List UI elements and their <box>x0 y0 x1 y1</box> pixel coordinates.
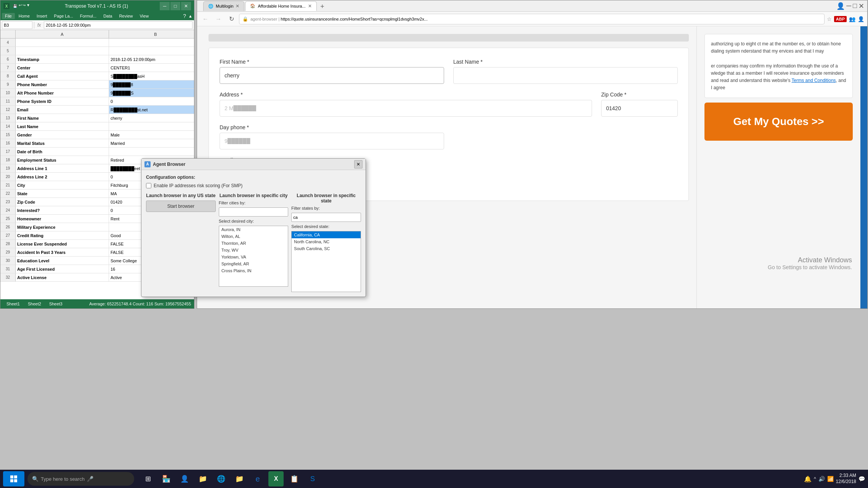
cell-a[interactable]: Age First Licensed <box>16 265 109 273</box>
cell-a[interactable]: Timestamp <box>16 55 109 63</box>
refresh-btn[interactable]: ↻ <box>226 14 237 24</box>
menu-formulas[interactable]: Formul... <box>77 13 99 19</box>
city-listbox[interactable]: Aurora, INWilton, ALThornton, ARTroy, WV… <box>219 226 289 287</box>
task-icon-chrome[interactable]: 🌐 <box>213 471 229 486</box>
bookmark-icon[interactable]: ☆ <box>827 16 832 22</box>
select-all[interactable] <box>0 30 16 38</box>
chevron-icon[interactable]: ^ <box>814 476 816 482</box>
formula-input[interactable] <box>44 21 193 29</box>
cell-a[interactable]: Center <box>16 64 109 72</box>
cell-b[interactable]: Male <box>109 131 194 139</box>
table-row[interactable]: 10 Alt Phone Number 9██████S <box>0 89 194 97</box>
first-name-input[interactable] <box>220 67 444 84</box>
task-icon-people[interactable]: 👤 <box>177 471 192 486</box>
list-item[interactable]: North Carolina, NC <box>292 238 361 245</box>
phone-input[interactable] <box>220 133 444 149</box>
taskbar-search[interactable]: 🔍 Type here to search 🎤 <box>27 472 134 486</box>
list-item[interactable]: California, CA <box>292 231 361 238</box>
get-quotes-button[interactable]: Get My Quotes >> <box>704 103 853 141</box>
cell-a[interactable]: Credit Rating <box>16 231 109 239</box>
task-icon-excel[interactable]: X <box>268 471 284 486</box>
table-row[interactable]: 14 Last Name <box>0 122 194 131</box>
tab-multilogin-close[interactable]: ✕ <box>236 3 239 9</box>
cell-b[interactable]: cherry <box>109 114 194 122</box>
cell-a[interactable]: Homeowner <box>16 215 109 223</box>
cell-a[interactable]: Marital Status <box>16 139 109 147</box>
cell-a[interactable]: Education Level <box>16 257 109 265</box>
browser-minimize-btn[interactable]: ─ <box>846 2 851 10</box>
list-item[interactable]: Aurora, IN <box>219 226 288 233</box>
name-box[interactable] <box>2 21 32 29</box>
menu-data[interactable]: Data <box>100 13 115 19</box>
list-item[interactable]: Wilton, AL <box>219 233 288 240</box>
ext-icon-2[interactable]: 👤 <box>858 16 864 22</box>
menu-home[interactable]: Home <box>16 13 33 19</box>
cell-a[interactable]: Phone Number <box>16 80 109 88</box>
cell-b[interactable]: CENTER1 <box>109 64 194 72</box>
cell-a[interactable]: Interested? <box>16 206 109 214</box>
help-icon[interactable]: ? <box>183 13 186 19</box>
list-item[interactable]: Thornton, AR <box>219 240 288 247</box>
profile-icon[interactable]: 👤 <box>836 2 845 10</box>
quick-access-btn[interactable]: ▼ <box>26 3 30 9</box>
address-bar[interactable]: 🔒 agent-browser | https://quote.usinsura… <box>239 14 825 24</box>
cell-a[interactable]: Gender <box>16 131 109 139</box>
minimize-btn[interactable]: ─ <box>160 2 170 10</box>
volume-icon[interactable]: 🔊 <box>818 476 825 482</box>
menu-insert[interactable]: Insert <box>34 13 50 19</box>
list-item[interactable]: Springfield, AR <box>219 260 288 267</box>
undo-btn[interactable]: ↩ <box>19 3 22 9</box>
task-icon-onenote[interactable]: 📋 <box>287 471 302 486</box>
close-btn[interactable]: ✕ <box>181 2 191 10</box>
menu-file[interactable]: File <box>2 13 15 19</box>
cell-a[interactable]: Accident In Past 3 Years <box>16 248 109 256</box>
cell-b[interactable]: R████████st.net <box>109 106 194 114</box>
table-row[interactable]: 12 Email R████████st.net <box>0 106 194 114</box>
cell-a[interactable]: Zip Code <box>16 198 109 206</box>
table-row[interactable]: 11 Phone System ID 0 <box>0 97 194 106</box>
ext-icon-1[interactable]: 👥 <box>849 16 855 22</box>
menu-view[interactable]: View <box>136 13 152 19</box>
tab-insurance-close[interactable]: ✕ <box>308 3 312 9</box>
cell-a[interactable]: State <box>16 189 109 197</box>
redo-btn[interactable]: ↪ <box>22 3 26 9</box>
sheet-tab-3[interactable]: Sheet3 <box>46 301 66 307</box>
cell-a[interactable] <box>16 47 109 55</box>
col-b-header[interactable]: B <box>109 30 194 38</box>
cell-a[interactable]: Last Name <box>16 122 109 130</box>
start-browser-btn[interactable]: Start browser <box>146 201 216 212</box>
table-row[interactable]: 17 Date of Birth <box>0 148 194 156</box>
task-icon-task-view[interactable]: ⊞ <box>140 471 156 486</box>
list-item[interactable]: Cross Plains, IN <box>219 267 288 274</box>
table-row[interactable]: 4 <box>0 39 194 47</box>
task-icon-files[interactable]: 📁 <box>195 471 210 486</box>
save-icon[interactable]: 💾 <box>12 3 18 9</box>
cell-a[interactable]: Employment Status <box>16 156 109 164</box>
list-item[interactable]: Yorktown, VA <box>219 254 288 260</box>
cell-a[interactable]: License Ever Suspended <box>16 240 109 248</box>
notification-icon[interactable]: 🔔 <box>804 475 812 483</box>
address-input[interactable] <box>220 100 592 117</box>
cell-b[interactable]: 9██████8 <box>109 80 194 88</box>
last-name-input[interactable] <box>453 67 678 84</box>
table-row[interactable]: 13 First Name cherry <box>0 114 194 122</box>
cell-b[interactable]: S████████asH <box>109 72 194 80</box>
table-row[interactable]: 5 <box>0 47 194 55</box>
cell-b[interactable]: Married <box>109 139 194 147</box>
cell-a[interactable]: Alt Phone Number <box>16 89 109 97</box>
cell-a[interactable]: Military Experience <box>16 223 109 231</box>
state-filter-input[interactable] <box>291 213 361 222</box>
cell-b[interactable]: 0 <box>109 97 194 105</box>
menu-pagelayout[interactable]: Page La... <box>51 13 76 19</box>
start-button[interactable] <box>3 471 24 486</box>
action-center-icon[interactable]: 💬 <box>858 476 865 482</box>
browser-close-btn[interactable]: ✕ <box>858 2 864 10</box>
cell-a[interactable] <box>16 39 109 47</box>
table-row[interactable]: 15 Gender Male <box>0 131 194 139</box>
table-row[interactable]: 6 Timestamp 2018-12-05 12:09:00pm <box>0 55 194 64</box>
task-icon-folder[interactable]: 📁 <box>232 471 247 486</box>
cell-b[interactable]: 2018-12-05 12:09:00pm <box>109 55 194 63</box>
cell-a[interactable]: Date of Birth <box>16 148 109 156</box>
city-filter-input[interactable] <box>219 207 289 217</box>
maximize-btn[interactable]: □ <box>170 2 180 10</box>
